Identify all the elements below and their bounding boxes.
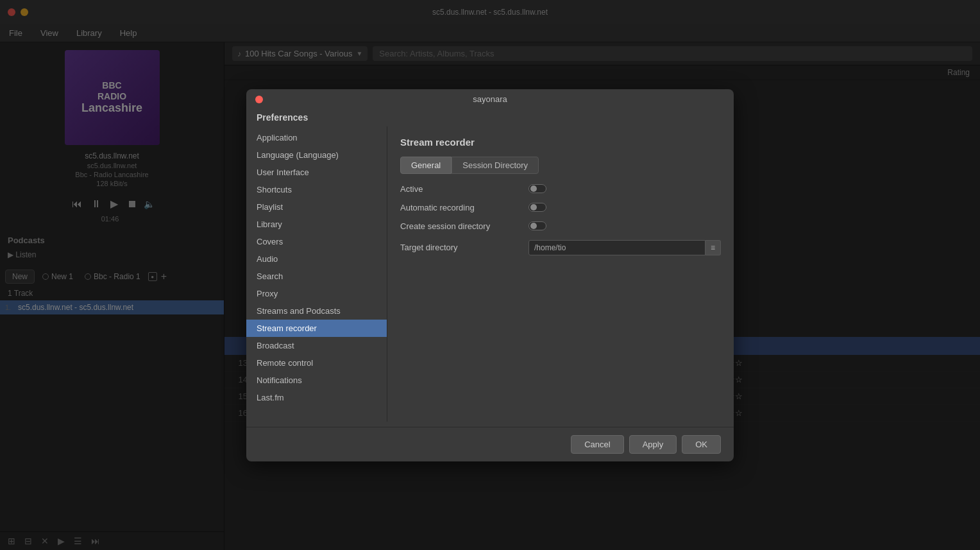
modal-body: Application Language (Language) User Int… (246, 126, 734, 427)
tab-session-directory[interactable]: Session Directory (452, 157, 539, 174)
active-toggle[interactable] (528, 184, 546, 193)
pref-content: Stream recorder General Session Director… (387, 126, 734, 422)
pref-item-lastfm[interactable]: Last.fm (246, 389, 387, 406)
session-dir-toggle[interactable] (528, 221, 546, 230)
setting-active: Active (400, 184, 721, 194)
pref-item-stream-recorder[interactable]: Stream recorder (246, 320, 387, 337)
modal-overlay: sayonara Preferences Application Languag… (0, 0, 980, 550)
tab-general[interactable]: General (400, 157, 452, 174)
auto-recording-toggle[interactable] (528, 203, 546, 212)
preferences-heading: Preferences (246, 107, 734, 126)
modal-titlebar: sayonara (246, 89, 734, 107)
pref-item-search[interactable]: Search (246, 268, 387, 285)
pref-item-streams-podcasts[interactable]: Streams and Podcasts (246, 302, 387, 320)
pref-item-audio[interactable]: Audio (246, 250, 387, 268)
pref-item-language[interactable]: Language (Language) (246, 146, 387, 164)
cancel-button[interactable]: Cancel (571, 435, 623, 454)
modal-footer: Cancel Apply OK (246, 427, 734, 461)
pref-item-application[interactable]: Application (246, 129, 387, 146)
setting-session-dir: Create session directory (400, 221, 721, 231)
pref-item-notifications[interactable]: Notifications (246, 372, 387, 389)
preferences-nav: Application Language (Language) User Int… (246, 126, 387, 422)
pref-item-remote-control[interactable]: Remote control (246, 354, 387, 372)
directory-input[interactable] (528, 240, 705, 255)
pref-item-shortcuts[interactable]: Shortcuts (246, 181, 387, 198)
preferences-dialog: sayonara Preferences Application Languag… (246, 89, 734, 461)
pref-item-broadcast[interactable]: Broadcast (246, 337, 387, 354)
pref-tabs: General Session Directory (400, 157, 721, 174)
pref-item-library[interactable]: Library (246, 216, 387, 233)
ok-button[interactable]: OK (682, 435, 721, 454)
directory-label: Target directory (400, 243, 528, 252)
apply-button[interactable]: Apply (629, 435, 677, 454)
directory-browse-button[interactable]: ≡ (705, 240, 721, 255)
setting-session-dir-label: Create session directory (400, 221, 528, 231)
setting-auto-recording-label: Automatic recording (400, 203, 528, 212)
setting-active-label: Active (400, 184, 528, 194)
pref-section-title: Stream recorder (400, 137, 721, 148)
modal-title: sayonara (473, 94, 507, 104)
pref-item-user-interface[interactable]: User Interface (246, 164, 387, 181)
pref-item-playlist[interactable]: Playlist (246, 198, 387, 216)
target-directory-row: Target directory ≡ (400, 240, 721, 255)
setting-auto-recording: Automatic recording (400, 203, 721, 212)
pref-item-proxy[interactable]: Proxy (246, 285, 387, 302)
pref-item-covers[interactable]: Covers (246, 233, 387, 250)
modal-close-button[interactable] (255, 96, 263, 103)
